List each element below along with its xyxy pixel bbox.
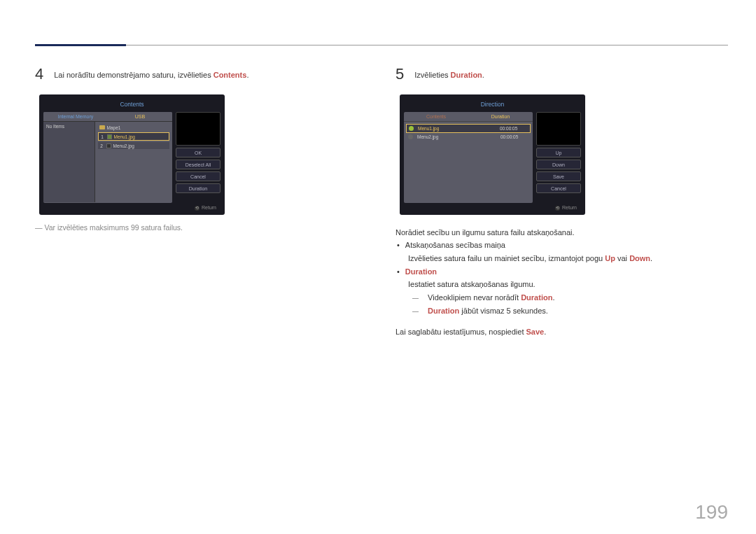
file-name: Menu2.jpg	[113, 143, 134, 148]
folder-name: Mape1	[107, 125, 121, 130]
down-button[interactable]: Down	[536, 160, 581, 169]
paragraph: Lai saglabātu iestatījumus, nospiediet S…	[396, 325, 732, 339]
step-text-pre: Izvēlieties	[414, 71, 450, 79]
highlight-up: Up	[605, 254, 615, 262]
content-area: Internal Memory USB No Items Mape1 1	[43, 112, 172, 203]
deselect-all-button[interactable]: Deselect All	[176, 160, 220, 169]
bullet-subtext: Izvēlieties satura failu un mainiet secī…	[396, 252, 732, 265]
content-area: Contents Duration Menu1.jpg 00:00:05 Men…	[404, 112, 533, 203]
footnote: ― Var izvēlēties maksimums 99 satura fai…	[35, 223, 371, 232]
tab-usb[interactable]: USB	[108, 112, 172, 122]
tab-duration[interactable]: Duration	[468, 112, 533, 122]
row-duration: 00:00:05	[500, 126, 528, 131]
file-name: Menu1.jpg	[114, 134, 135, 139]
duration-button[interactable]: Duration	[176, 183, 220, 193]
paragraph: Norādiet secību un ilgumu satura failu a…	[396, 226, 732, 239]
right-panel: OK Deselect All Cancel Duration	[176, 112, 220, 203]
contents-screen: Contents Internal Memory USB No Items Ma…	[39, 94, 225, 215]
step-4: 4 Lai norādītu demonstrējamo saturu, izv…	[35, 66, 371, 82]
preview-box	[536, 112, 581, 146]
step-text-highlight: Duration	[451, 71, 482, 79]
file-row[interactable]: 2 Menu2.jpg	[98, 142, 169, 149]
status-icon	[408, 134, 413, 139]
page-number: 199	[695, 501, 728, 524]
text: .	[650, 254, 652, 262]
save-button[interactable]: Save	[536, 171, 581, 181]
step-text: Lai norādītu demonstrējamo saturu, izvēl…	[54, 66, 248, 82]
folder-icon	[99, 125, 105, 129]
bullet-subtext: Iestatiet satura atskaņošanas ilgumu.	[396, 278, 732, 291]
header-divider	[35, 45, 728, 45]
text: jābūt vismaz 5 sekundes.	[459, 307, 548, 315]
bullet-item: Atskaņošanas secības maiņa	[396, 239, 732, 252]
checkbox-icon[interactable]	[106, 143, 111, 148]
return-icon[interactable]: ⟲	[195, 206, 200, 211]
row-filename: Menu1.jpg	[418, 126, 496, 131]
step-number: 5	[396, 66, 404, 82]
screen-title: Direction	[404, 99, 581, 112]
file-index: 2	[99, 143, 104, 148]
return-bar: ⟲Return	[404, 203, 581, 211]
step-text-highlight: Contents	[214, 71, 247, 79]
text: Videoklipiem nevar norādīt	[428, 293, 521, 302]
tab-internal-memory[interactable]: Internal Memory	[43, 112, 108, 122]
step-number: 4	[35, 66, 43, 82]
text: .	[544, 328, 546, 336]
direction-row[interactable]: Menu2.jpg 00:00:05	[406, 133, 531, 141]
checkbox-icon[interactable]	[107, 134, 112, 139]
tab-contents[interactable]: Contents	[404, 112, 468, 122]
step-5: 5 Izvēlieties Duration.	[396, 66, 732, 82]
step-text-post: .	[482, 71, 484, 79]
return-label[interactable]: Return	[202, 205, 216, 210]
highlight-down: Down	[629, 254, 650, 262]
text: .	[552, 293, 554, 302]
status-icon	[409, 126, 414, 131]
dash-item: Duration jābūt vismaz 5 sekundes.	[396, 304, 732, 318]
text: Lai saglabātu iestatījumus, nospiediet	[396, 328, 526, 336]
ok-button[interactable]: OK	[176, 148, 220, 157]
preview-box	[176, 112, 220, 146]
step-text: Izvēlieties Duration.	[414, 66, 484, 82]
header-accent	[35, 44, 126, 46]
highlight: Duration	[521, 293, 552, 302]
left-column: 4 Lai norādītu demonstrējamo saturu, izv…	[35, 66, 371, 232]
direction-screen: Direction Contents Duration Menu1.jpg 00…	[400, 94, 585, 215]
no-items-label: No Items	[46, 124, 92, 129]
row-filename: Menu2.jpg	[417, 134, 496, 139]
cancel-button[interactable]: Cancel	[176, 171, 220, 181]
direction-row[interactable]: Menu1.jpg 00:00:05	[406, 124, 531, 133]
right-panel: Up Down Save Cancel	[536, 112, 581, 203]
right-column: 5 Izvēlieties Duration. Direction Conten…	[396, 66, 732, 339]
return-bar: ⟲Return	[43, 203, 220, 211]
highlight: Duration	[428, 307, 459, 315]
screen-title: Contents	[43, 99, 220, 112]
text: Izvēlieties satura failu un mainiet secī…	[408, 254, 605, 262]
folder-row[interactable]: Mape1	[98, 124, 169, 131]
step-text-post: .	[246, 71, 248, 79]
return-label[interactable]: Return	[562, 205, 577, 210]
bullet-label: Atskaņošanas secības maiņa	[405, 241, 505, 249]
cancel-button[interactable]: Cancel	[536, 183, 581, 193]
return-icon[interactable]: ⟲	[555, 206, 560, 211]
file-row[interactable]: 1 Menu1.jpg	[98, 132, 169, 141]
up-button[interactable]: Up	[536, 148, 581, 157]
bullet-item: Duration	[396, 265, 732, 279]
dash-item: Videoklipiem nevar norādīt Duration.	[396, 291, 732, 304]
file-index: 1	[100, 134, 105, 139]
bullet-duration: Duration	[405, 267, 437, 276]
step-text-pre: Lai norādītu demonstrējamo saturu, izvēl…	[54, 71, 213, 79]
highlight-save: Save	[526, 328, 545, 336]
row-duration: 00:00:05	[500, 134, 528, 139]
text: vai	[615, 254, 629, 262]
body-text: Norādiet secību un ilgumu satura failu a…	[396, 226, 732, 339]
